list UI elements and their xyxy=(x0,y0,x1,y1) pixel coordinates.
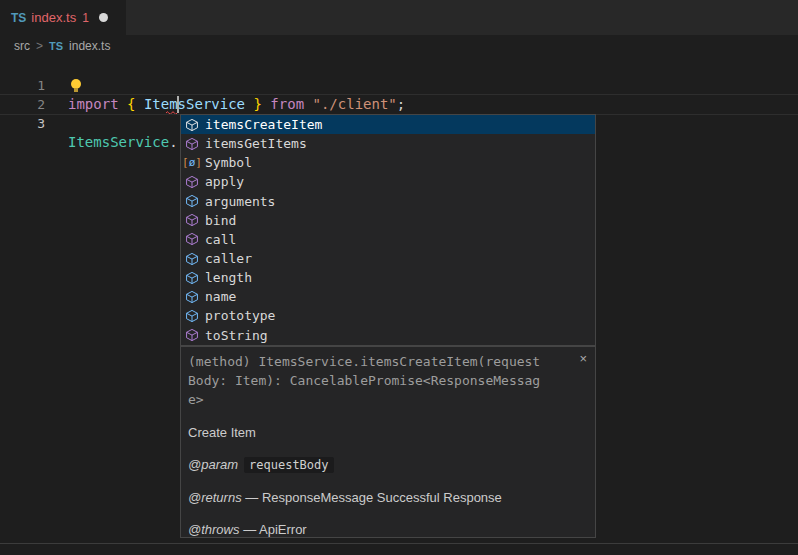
symbol-kind-icon: [ø] xyxy=(184,155,200,171)
symbol-kind-icon: [ø] xyxy=(184,308,200,324)
suggestion-item[interactable]: [ø] caller xyxy=(181,249,595,268)
suggestion-label: bind xyxy=(205,213,236,228)
suggestion-label: name xyxy=(205,289,236,304)
code-token: ItemsService xyxy=(68,134,169,150)
suggestion-item[interactable]: [ø] call xyxy=(181,230,595,249)
code-text: ItemsService. xyxy=(68,133,178,152)
suggestion-item[interactable]: [ø] apply xyxy=(181,172,595,191)
symbol-kind-icon: [ø] xyxy=(184,270,200,286)
suggest-widget: [ø] itemsCreateItem [ø] itemsGetItems [ø… xyxy=(180,114,596,346)
suggestion-item[interactable]: [ø] toString xyxy=(181,326,595,345)
suggestion-label: prototype xyxy=(205,308,275,323)
suggestion-item[interactable]: [ø] name xyxy=(181,287,595,306)
symbol-kind-icon: [ø] xyxy=(184,251,200,267)
text-cursor xyxy=(177,96,179,113)
vscode-window: TS index.ts 1 src > TS index.ts 1 import… xyxy=(0,0,798,555)
suggestion-item[interactable]: [ø] Symbol xyxy=(181,153,595,172)
breadcrumb-item-src[interactable]: src xyxy=(14,39,30,53)
tab-index-ts[interactable]: TS index.ts 1 xyxy=(0,0,126,35)
suggestion-item[interactable]: [ø] bind xyxy=(181,211,595,230)
symbol-kind-icon: [ø] xyxy=(184,117,200,133)
suggest-list: [ø] itemsCreateItem [ø] itemsGetItems [ø… xyxy=(181,115,595,345)
code-line[interactable]: 2 xyxy=(0,76,798,95)
symbol-kind-icon: [ø] xyxy=(184,193,200,209)
code-editor[interactable]: 1 import { ItemsService } from "./client… xyxy=(0,57,798,117)
suggestion-item[interactable]: [ø] prototype xyxy=(181,306,595,325)
suggestion-label: itemsCreateItem xyxy=(205,117,322,132)
code-token: . xyxy=(169,134,177,150)
chevron-right-icon: > xyxy=(36,39,43,53)
symbol-kind-icon: [ø] xyxy=(184,327,200,343)
code-line[interactable]: 1 import { ItemsService } from "./client… xyxy=(0,57,798,76)
doc-tag-returns: @returns — ResponseMessage Successful Re… xyxy=(188,488,587,507)
symbol-kind-icon: [ø] xyxy=(184,289,200,305)
line-number: 3 xyxy=(0,114,45,133)
doc-tag-text: — ApiError xyxy=(243,522,307,537)
suggestion-label: arguments xyxy=(205,194,275,209)
suggestion-label: itemsGetItems xyxy=(205,136,307,151)
panel-divider xyxy=(0,543,798,544)
tab-problem-count: 1 xyxy=(82,11,89,25)
suggestion-label: Symbol xyxy=(205,155,252,170)
typescript-file-icon: TS xyxy=(11,11,26,25)
suggestion-label: caller xyxy=(205,251,252,266)
breadcrumb-item-file[interactable]: index.ts xyxy=(69,39,110,53)
suggestion-label: length xyxy=(205,270,252,285)
suggestion-item[interactable]: [ø] itemsCreateItem xyxy=(181,115,595,134)
doc-summary: Create Item xyxy=(188,423,587,442)
unsaved-dot-icon[interactable] xyxy=(99,13,108,22)
doc-tag-label: @throws xyxy=(188,522,240,537)
suggestion-label: call xyxy=(205,232,236,247)
typescript-file-icon: TS xyxy=(49,40,63,52)
doc-signature: (method) ItemsService.itemsCreateItem(re… xyxy=(188,352,541,409)
suggest-docs-panel: × (method) ItemsService.itemsCreateItem(… xyxy=(180,346,596,538)
close-icon[interactable]: × xyxy=(579,351,587,366)
breadcrumb: src > TS index.ts xyxy=(0,35,798,57)
tab-title: index.ts xyxy=(31,10,76,25)
doc-param-chip: requestBody xyxy=(244,457,333,473)
doc-tag-label: @returns xyxy=(188,490,242,505)
tab-bar: TS index.ts 1 xyxy=(0,0,798,35)
suggestion-label: apply xyxy=(205,174,244,189)
symbol-kind-icon: [ø] xyxy=(184,212,200,228)
suggestion-label: toString xyxy=(205,328,268,343)
suggestion-item[interactable]: [ø] arguments xyxy=(181,192,595,211)
symbol-kind-icon: [ø] xyxy=(184,136,200,152)
doc-tag-throws: @throws — ApiError xyxy=(188,520,587,539)
doc-tag-text: — ResponseMessage Successful Response xyxy=(245,490,502,505)
doc-tag-param: @paramrequestBody xyxy=(188,455,587,475)
error-squiggle-icon xyxy=(166,110,177,114)
lightbulb-icon[interactable] xyxy=(71,79,81,93)
suggestion-item[interactable]: [ø] length xyxy=(181,268,595,287)
doc-tag-label: @param xyxy=(188,457,238,472)
code-line-active[interactable]: 3 ItemsService. xyxy=(0,94,798,115)
symbol-kind-icon: [ø] xyxy=(184,231,200,247)
suggestion-item[interactable]: [ø] itemsGetItems xyxy=(181,134,595,153)
symbol-kind-icon: [ø] xyxy=(184,174,200,190)
